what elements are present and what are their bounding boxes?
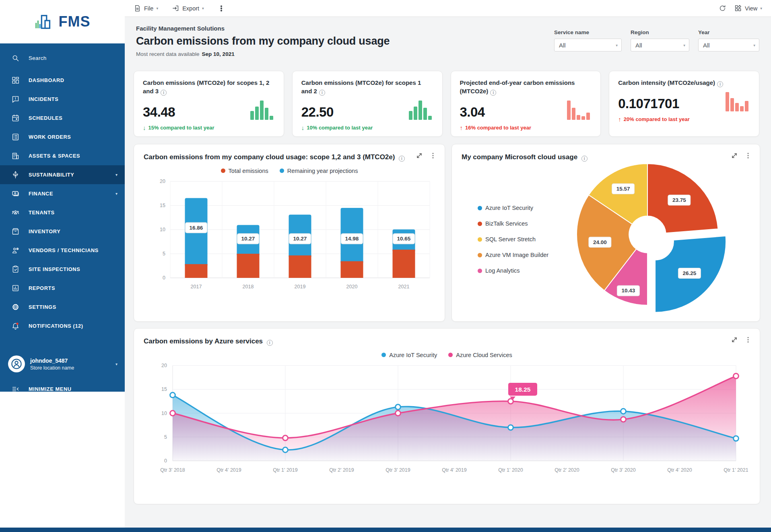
search-label: Search — [29, 55, 47, 61]
page-header: Facility Management Solutions Carbon emi… — [136, 25, 390, 57]
incidents-icon — [11, 95, 20, 104]
legend-label: Remaining year projections — [287, 168, 358, 174]
kpi-title: Projected end-of-year carbon emissions (… — [460, 79, 587, 96]
donut-chart[interactable]: 23.7526.2510.4324.0015.57 — [527, 144, 752, 323]
sidebar-item-label: INVENTORY — [29, 228, 60, 234]
logo-text: FMS — [59, 13, 91, 30]
sidebar-item-label: FINANCE — [29, 191, 53, 197]
svg-text:0: 0 — [164, 458, 167, 464]
view-menu-button[interactable]: View ▾ — [734, 4, 762, 12]
line-chart-legend: Azure IoT SecurityAzure Cloud Services — [134, 352, 760, 358]
svg-text:2020: 2020 — [346, 284, 358, 290]
sidebar-item-inventory[interactable]: INVENTORY — [0, 222, 125, 241]
info-icon[interactable]: i — [161, 90, 167, 96]
sidebar-item-site-inspections[interactable]: SITE INSPECTIONS — [0, 260, 125, 279]
chevron-down-icon: ▾ — [760, 6, 762, 10]
bar-chart[interactable]: 05101520201716.86201810.27201910.2720201… — [142, 177, 436, 302]
kpi-card-carbon-emissions-mtco2e-for-scopes-1-2-a: Carbon emissions (MTCO2e) for scopes 1, … — [134, 71, 284, 137]
svg-text:Qtr 1' 2020: Qtr 1' 2020 — [498, 467, 523, 473]
filter-region-select[interactable]: All▾ — [631, 39, 689, 51]
filter-label: Year — [698, 29, 759, 35]
info-icon[interactable]: i — [490, 90, 496, 96]
file-menu-button[interactable]: File ▾ — [134, 4, 158, 12]
vendors-icon — [11, 246, 20, 255]
sidebar-item-settings[interactable]: SETTINGS — [0, 298, 125, 316]
export-icon — [172, 4, 179, 12]
expand-icon[interactable] — [731, 336, 738, 345]
sidebar-item-vendors-technicians[interactable]: VENDORS / TECHNICIANS — [0, 241, 125, 260]
info-icon[interactable]: i — [267, 340, 273, 346]
svg-text:26.25: 26.25 — [682, 270, 696, 276]
legend-label: Total emissions — [229, 168, 268, 174]
svg-text:2019: 2019 — [295, 284, 306, 290]
kebab-icon[interactable] — [429, 152, 437, 161]
bar-chart-card: Carbon emissions from my company cloud u… — [134, 144, 445, 322]
svg-text:14.98: 14.98 — [345, 236, 359, 242]
sidebar-search[interactable]: Search — [0, 47, 125, 68]
sidebar-item-notifications-12[interactable]: NOTIFICATIONS (12) — [0, 316, 125, 335]
sidebar-item-label: SUSTAINABILITY — [29, 172, 74, 178]
inspections-icon — [11, 265, 20, 274]
expand-icon[interactable] — [416, 152, 423, 161]
legend-item-azure-cloud-services[interactable]: Azure Cloud Services — [448, 352, 512, 358]
kpi-sparkline — [726, 92, 748, 111]
sidebar-item-work-orders[interactable]: WORK ORDERS — [0, 127, 125, 146]
legend-item-total-emissions[interactable]: Total emissions — [221, 168, 268, 174]
arrow-up-icon: ↑ — [460, 124, 463, 131]
sidebar-item-label: TENANTS — [29, 210, 55, 216]
info-icon[interactable]: i — [319, 90, 325, 96]
user-name: johndoe_5487 — [30, 357, 74, 364]
sidebar-item-tenants[interactable]: TENANTS — [0, 203, 125, 222]
svg-text:0: 0 — [163, 275, 165, 281]
kebab-icon[interactable] — [744, 336, 752, 345]
filter-label: Region — [631, 29, 689, 35]
sidebar-item-schedules[interactable]: SCHEDULES — [0, 109, 125, 127]
kpi-title: Carbon emissions (MTCO2e) for scopes 1 a… — [301, 79, 428, 96]
sidebar-item-label: WORK ORDERS — [29, 134, 71, 140]
charts-row: Carbon emissions from my company cloud u… — [134, 144, 760, 322]
file-menu-label: File — [144, 5, 153, 12]
info-icon[interactable]: i — [399, 156, 405, 162]
legend-item-azure-iot-security[interactable]: Azure IoT Security — [381, 352, 437, 358]
kpi-delta: ↓10% compared to last year — [301, 124, 433, 131]
minimize-menu-button[interactable]: MINIMIZE MENU — [0, 380, 125, 398]
inventory-icon — [11, 227, 20, 236]
avatar — [8, 355, 25, 372]
legend-dot — [448, 353, 453, 357]
view-grid-icon — [734, 4, 742, 12]
line-chart[interactable]: 05101520Qtr 3' 2018Qtr 4' 2019Qtr 1' 201… — [140, 362, 748, 483]
tenants-icon — [11, 208, 20, 217]
sidebar-item-reports[interactable]: REPORTS — [0, 279, 125, 298]
sidebar-item-incidents[interactable]: INCIDENTS — [0, 90, 125, 109]
user-profile[interactable]: johndoe_5487 Store location name ▾ — [0, 352, 125, 376]
filter-service-name-select[interactable]: All▾ — [554, 39, 622, 51]
minimize-menu-icon — [11, 385, 20, 394]
file-icon — [134, 4, 141, 12]
info-icon[interactable]: i — [717, 81, 723, 87]
kpi-delta: ↑20% compared to last year — [618, 116, 750, 123]
kpi-card-carbon-intensity-mtco2e-usage: Carbon intensity (MTCO2e/usage)i0.107170… — [609, 71, 759, 137]
filter-year-select[interactable]: All▾ — [698, 39, 759, 51]
more-options-button[interactable] — [218, 5, 225, 12]
refresh-button[interactable] — [719, 4, 726, 12]
svg-text:10.27: 10.27 — [293, 236, 307, 242]
kpi-title: Carbon intensity (MTCO2e/usage)i — [618, 79, 745, 87]
view-menu-label: View — [745, 5, 757, 12]
export-menu-button[interactable]: Export ▾ — [172, 4, 204, 12]
kpi-value: 22.50 — [301, 105, 334, 120]
sidebar-item-assets-spaces[interactable]: ASSETS & SPACES — [0, 146, 125, 165]
sidebar-item-finance[interactable]: FINANCE▾ — [0, 184, 125, 203]
kpi-sparkline — [409, 101, 432, 120]
sidebar-item-dashboard[interactable]: DASHBOARD — [0, 71, 125, 90]
svg-text:2018: 2018 — [243, 284, 254, 290]
legend-label: Azure Cloud Services — [456, 352, 512, 358]
svg-text:Qtr 1' 2021: Qtr 1' 2021 — [724, 467, 748, 473]
filter-value: All — [559, 42, 566, 49]
svg-text:5: 5 — [164, 434, 167, 440]
reports-icon — [11, 284, 20, 293]
assets-icon — [11, 152, 20, 160]
svg-text:23.75: 23.75 — [672, 197, 686, 203]
sidebar-item-sustainability[interactable]: SUSTAINABILITY▾ — [0, 165, 125, 184]
sidebar-item-label: REPORTS — [29, 285, 55, 291]
legend-item-remaining-year-projections[interactable]: Remaining year projections — [280, 168, 358, 174]
